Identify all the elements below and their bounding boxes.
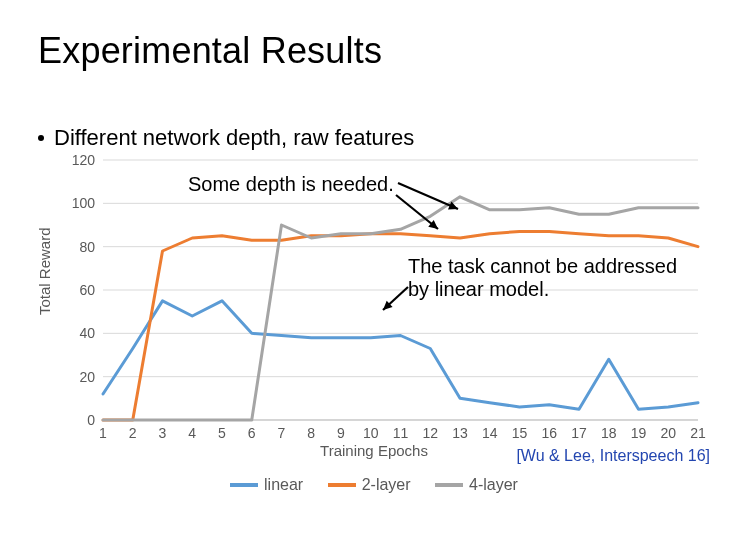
svg-text:120: 120: [72, 155, 96, 168]
svg-text:12: 12: [422, 425, 438, 441]
legend-item-4layer: 4-layer: [435, 476, 518, 494]
legend-label-linear: linear: [264, 476, 303, 494]
svg-text:21: 21: [690, 425, 706, 441]
svg-text:100: 100: [72, 195, 96, 211]
slide-title: Experimental Results: [38, 30, 382, 72]
svg-text:16: 16: [541, 425, 557, 441]
svg-text:5: 5: [218, 425, 226, 441]
svg-text:7: 7: [278, 425, 286, 441]
svg-text:1: 1: [99, 425, 107, 441]
legend-swatch-icon: [435, 483, 463, 487]
svg-text:60: 60: [79, 282, 95, 298]
legend-label-4layer: 4-layer: [469, 476, 518, 494]
svg-text:17: 17: [571, 425, 587, 441]
svg-text:18: 18: [601, 425, 617, 441]
svg-text:9: 9: [337, 425, 345, 441]
svg-text:11: 11: [393, 425, 409, 441]
annotation-linear-line2: by linear model.: [408, 278, 549, 300]
citation: [Wu & Lee, Interspeech 16]: [516, 447, 710, 465]
svg-text:15: 15: [512, 425, 528, 441]
slide: Experimental Results Different network d…: [0, 0, 730, 548]
svg-text:2: 2: [129, 425, 137, 441]
legend-item-linear: linear: [230, 476, 303, 494]
legend-swatch-icon: [230, 483, 258, 487]
svg-text:13: 13: [452, 425, 468, 441]
bullet-text: Different network depth, raw features: [54, 125, 414, 151]
bullet-dot-icon: [38, 135, 44, 141]
svg-text:3: 3: [159, 425, 167, 441]
svg-text:20: 20: [660, 425, 676, 441]
svg-text:20: 20: [79, 369, 95, 385]
legend-item-2layer: 2-layer: [328, 476, 411, 494]
svg-text:0: 0: [87, 412, 95, 428]
svg-text:4: 4: [188, 425, 196, 441]
svg-text:10: 10: [363, 425, 379, 441]
chart-container: Total Reward 020406080100120 12345678910…: [38, 155, 710, 505]
annotation-linear-line1: The task cannot be addressed: [408, 255, 677, 277]
svg-text:6: 6: [248, 425, 256, 441]
annotation-depth: Some depth is needed.: [188, 173, 394, 196]
legend-label-2layer: 2-layer: [362, 476, 411, 494]
bullet-item: Different network depth, raw features: [38, 125, 414, 151]
svg-text:19: 19: [631, 425, 647, 441]
annotation-linear: The task cannot be addressed by linear m…: [408, 255, 677, 301]
legend-swatch-icon: [328, 483, 356, 487]
svg-text:8: 8: [307, 425, 315, 441]
svg-text:40: 40: [79, 325, 95, 341]
legend: linear 2-layer 4-layer: [38, 473, 710, 494]
svg-text:14: 14: [482, 425, 498, 441]
svg-text:80: 80: [79, 239, 95, 255]
